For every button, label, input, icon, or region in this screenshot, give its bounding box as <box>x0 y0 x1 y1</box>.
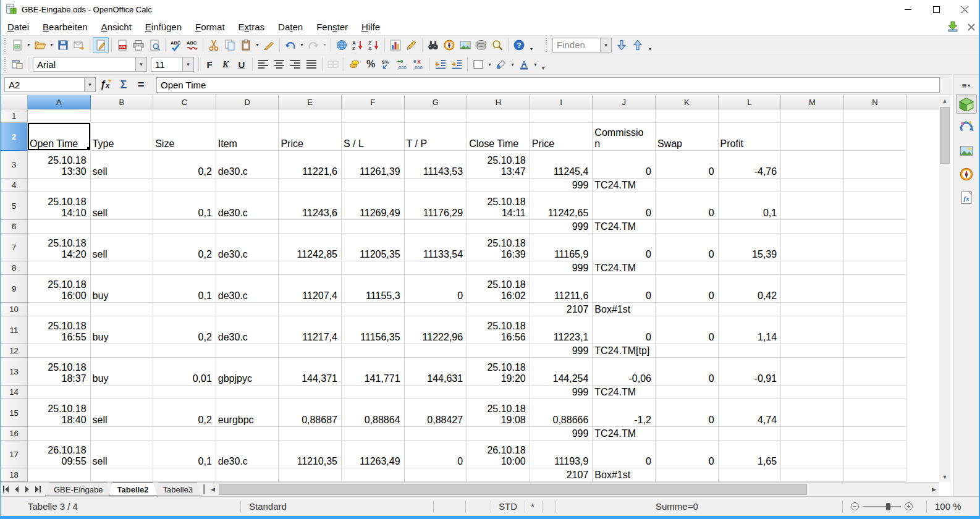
cell-E16[interactable] <box>279 427 342 441</box>
cell-E14[interactable] <box>279 386 342 399</box>
cell-N2[interactable] <box>844 123 907 151</box>
cell-J2[interactable]: Commission <box>593 123 656 151</box>
sheet-tab-gbe-eingabe[interactable]: GBE-Eingabe <box>45 483 112 496</box>
cell-C16[interactable] <box>153 427 216 441</box>
cell-M4[interactable] <box>781 179 844 192</box>
menu-hilfe[interactable]: Hilfe <box>355 19 387 35</box>
cell-L12[interactable] <box>719 344 782 358</box>
cell-A5[interactable]: 25.10.1814:10 <box>28 192 91 220</box>
cell-I14[interactable]: 999 <box>530 386 593 399</box>
cell-G5[interactable]: 11176,29 <box>405 192 468 220</box>
cell-C3[interactable]: 0,2 <box>153 151 216 179</box>
cell-J6[interactable]: TC24.TM <box>593 220 656 234</box>
cell-G13[interactable]: 144,631 <box>405 358 468 386</box>
cell-A8[interactable] <box>28 261 91 275</box>
row-header-14[interactable]: 14 <box>1 386 28 399</box>
horizontal-scrollbar[interactable]: ◀ ▶ <box>208 483 939 496</box>
cell-F15[interactable]: 0,88864 <box>342 399 405 427</box>
cell-N14[interactable] <box>844 386 907 399</box>
cell-M8[interactable] <box>781 261 844 275</box>
format-paintbrush-button[interactable] <box>261 37 277 53</box>
sheet-tab-tabelle2[interactable]: Tabelle2 <box>109 483 158 496</box>
cell-B17[interactable]: sell <box>91 441 154 468</box>
cell-M15[interactable] <box>781 399 844 427</box>
cell-G4[interactable] <box>405 179 468 192</box>
row-header-5[interactable]: 5 <box>1 192 28 220</box>
cell-H18[interactable] <box>467 468 530 482</box>
cell-F9[interactable]: 11155,3 <box>342 275 405 303</box>
cell-N17[interactable] <box>844 441 907 468</box>
formula-equals-icon[interactable]: = <box>132 77 150 93</box>
cell-K15[interactable]: 0 <box>656 399 719 427</box>
cell-H4[interactable] <box>467 179 530 192</box>
cell-F1[interactable] <box>342 109 405 123</box>
save-button[interactable] <box>55 37 71 53</box>
column-header-A[interactable]: A <box>28 95 91 109</box>
pdf-export-button[interactable]: PDF <box>114 37 130 53</box>
cell-K5[interactable]: 0 <box>656 192 719 220</box>
cell-J3[interactable]: 0 <box>593 151 656 179</box>
row-header-13[interactable]: 13 <box>1 358 28 386</box>
cell-K13[interactable]: 0 <box>656 358 719 386</box>
bold-button[interactable]: F <box>201 56 218 72</box>
cell-H6[interactable] <box>467 220 530 234</box>
help-button[interactable]: ? <box>511 37 527 53</box>
cell-H12[interactable] <box>467 344 530 358</box>
cell-J9[interactable]: 0 <box>593 275 656 303</box>
cell-J5[interactable]: 0 <box>593 192 656 220</box>
cell-M13[interactable] <box>781 358 844 386</box>
paste-button[interactable] <box>238 37 254 53</box>
cell-G12[interactable] <box>405 344 468 358</box>
open-button[interactable] <box>32 37 48 53</box>
cell-D14[interactable] <box>216 386 279 399</box>
minimize-button[interactable] <box>893 0 922 19</box>
cell-A15[interactable]: 25.10.1818:40 <box>28 399 91 427</box>
row-header-1[interactable]: 1 <box>1 109 28 123</box>
cell-N5[interactable] <box>844 192 907 220</box>
cell-B6[interactable] <box>91 220 154 234</box>
first-sheet-icon[interactable] <box>1 483 11 496</box>
cell-F5[interactable]: 11269,49 <box>342 192 405 220</box>
cell-F3[interactable]: 11261,39 <box>342 151 405 179</box>
zoom-level-field[interactable]: 100 % <box>935 497 961 516</box>
cell-B2[interactable]: Type <box>91 123 154 151</box>
cell-H2[interactable]: Close Time <box>467 123 530 151</box>
cell-B8[interactable] <box>91 261 154 275</box>
cell-L11[interactable]: 1,14 <box>719 316 782 344</box>
cell-E9[interactable]: 11207,4 <box>279 275 342 303</box>
cell-L6[interactable] <box>719 220 782 234</box>
paste-dropdown-icon[interactable]: ▾ <box>254 37 261 53</box>
cell-K3[interactable]: 0 <box>656 151 719 179</box>
sort-descending-button[interactable]: ZA <box>366 37 382 53</box>
title-bar[interactable]: GBE-Eingabe.ods - OpenOffice Calc <box>1 0 979 19</box>
cell-J11[interactable]: 0 <box>593 316 656 344</box>
cell-I8[interactable]: 999 <box>530 261 593 275</box>
cell-A6[interactable] <box>28 220 91 234</box>
cell-L7[interactable]: 15,39 <box>719 234 782 261</box>
cell-E8[interactable] <box>279 261 342 275</box>
row-header-17[interactable]: 17 <box>1 441 28 468</box>
cell-L9[interactable]: 0,42 <box>719 275 782 303</box>
column-header-J[interactable]: J <box>593 95 656 109</box>
copy-button[interactable] <box>222 37 238 53</box>
cell-E12[interactable] <box>279 344 342 358</box>
cell-L16[interactable] <box>719 427 782 441</box>
cell-D8[interactable] <box>216 261 279 275</box>
cell-B3[interactable]: sell <box>91 151 154 179</box>
cell-K1[interactable] <box>656 109 719 123</box>
cell-M16[interactable] <box>781 427 844 441</box>
menu-bearbeiten[interactable]: Bearbeiten <box>36 19 95 35</box>
cell-H17[interactable]: 26.10.1810:00 <box>467 441 530 468</box>
cell-B13[interactable]: buy <box>91 358 154 386</box>
cell-G8[interactable] <box>405 261 468 275</box>
cell-K6[interactable] <box>656 220 719 234</box>
borders-button[interactable] <box>470 56 486 72</box>
cell-G16[interactable] <box>405 427 468 441</box>
align-justify-button[interactable] <box>303 56 319 72</box>
cell-L13[interactable]: -0,91 <box>719 358 782 386</box>
column-header-G[interactable]: G <box>405 95 468 109</box>
cell-H13[interactable]: 25.10.1819:20 <box>467 358 530 386</box>
cell-H8[interactable] <box>467 261 530 275</box>
cell-E6[interactable] <box>279 220 342 234</box>
cell-G2[interactable]: T / P <box>405 123 468 151</box>
